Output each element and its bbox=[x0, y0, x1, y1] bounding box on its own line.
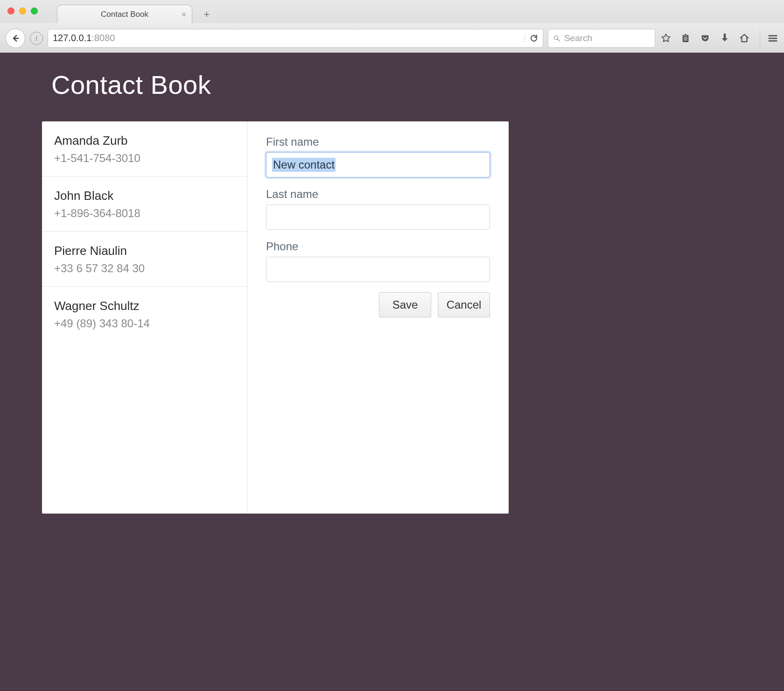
contact-phone: +1-541-754-3010 bbox=[54, 152, 235, 165]
search-input[interactable] bbox=[564, 33, 650, 43]
first-name-value: New contact bbox=[272, 158, 336, 172]
close-tab-icon[interactable]: × bbox=[181, 10, 186, 20]
browser-tab[interactable]: Contact Book × bbox=[57, 5, 192, 23]
last-name-label: Last name bbox=[266, 188, 490, 201]
contact-list: Amanda Zurb +1-541-754-3010 John Black +… bbox=[42, 121, 247, 514]
back-button[interactable] bbox=[6, 28, 25, 48]
svg-line-2 bbox=[558, 39, 560, 41]
contact-item[interactable]: John Black +1-896-364-8018 bbox=[42, 176, 247, 232]
save-button[interactable]: Save bbox=[379, 292, 431, 317]
address-bar[interactable]: 127.0.0.1:8080 bbox=[48, 29, 543, 48]
last-name-input[interactable] bbox=[266, 204, 490, 230]
bookmark-star-icon[interactable] bbox=[660, 32, 672, 44]
contact-phone: +49 (89) 343 80-14 bbox=[54, 317, 235, 330]
downloads-icon[interactable] bbox=[719, 32, 731, 44]
first-name-label: First name bbox=[266, 135, 490, 148]
contact-name: Amanda Zurb bbox=[54, 134, 235, 148]
new-tab-button[interactable]: + bbox=[200, 7, 214, 21]
contact-phone: +33 6 57 32 84 30 bbox=[54, 262, 235, 275]
pocket-icon[interactable] bbox=[699, 32, 711, 44]
first-name-input[interactable]: New contact bbox=[266, 152, 490, 177]
contact-item[interactable]: Amanda Zurb +1-541-754-3010 bbox=[42, 121, 247, 176]
search-bar[interactable] bbox=[548, 29, 655, 48]
form-actions: Save Cancel bbox=[266, 292, 490, 317]
toolbar-icons bbox=[660, 32, 750, 44]
contact-form: First name New contact Last name Phone S… bbox=[247, 121, 509, 514]
cancel-button[interactable]: Cancel bbox=[438, 292, 490, 317]
maximize-window-icon[interactable] bbox=[31, 7, 38, 14]
svg-rect-4 bbox=[684, 34, 687, 35]
page-body: Contact Book Amanda Zurb +1-541-754-3010… bbox=[0, 53, 784, 691]
arrow-left-icon bbox=[11, 34, 20, 42]
browser-toolbar: i 127.0.0.1:8080 bbox=[0, 23, 784, 52]
contact-item[interactable]: Pierre Niaulin +33 6 57 32 84 30 bbox=[42, 232, 247, 287]
phone-input[interactable] bbox=[266, 257, 490, 282]
contact-item[interactable]: Wagner Schultz +49 (89) 343 80-14 bbox=[42, 287, 247, 341]
url-host: 127.0.0.1 bbox=[53, 33, 91, 43]
svg-point-1 bbox=[554, 35, 558, 39]
url-port: :8080 bbox=[91, 33, 115, 43]
window-controls bbox=[7, 7, 38, 14]
search-icon bbox=[553, 34, 560, 42]
page-title: Contact Book bbox=[42, 53, 509, 121]
reload-icon bbox=[530, 34, 538, 42]
clipboard-icon[interactable] bbox=[679, 32, 692, 44]
contact-name: John Black bbox=[54, 189, 235, 203]
minimize-window-icon[interactable] bbox=[19, 7, 26, 14]
reload-button[interactable] bbox=[525, 34, 538, 42]
home-icon[interactable] bbox=[738, 32, 750, 44]
hamburger-icon bbox=[768, 33, 778, 43]
menu-button[interactable] bbox=[760, 29, 778, 48]
tab-strip: Contact Book × + bbox=[0, 0, 784, 23]
main-panel: Amanda Zurb +1-541-754-3010 John Black +… bbox=[42, 121, 509, 514]
close-window-icon[interactable] bbox=[7, 7, 14, 14]
contact-phone: +1-896-364-8018 bbox=[54, 207, 235, 220]
phone-label: Phone bbox=[266, 240, 490, 253]
tab-title: Contact Book bbox=[101, 10, 148, 19]
site-info-button[interactable]: i bbox=[30, 32, 43, 45]
contact-name: Wagner Schultz bbox=[54, 299, 235, 313]
browser-chrome: Contact Book × + i 127.0.0.1:8080 bbox=[0, 0, 784, 53]
contact-name: Pierre Niaulin bbox=[54, 244, 235, 258]
